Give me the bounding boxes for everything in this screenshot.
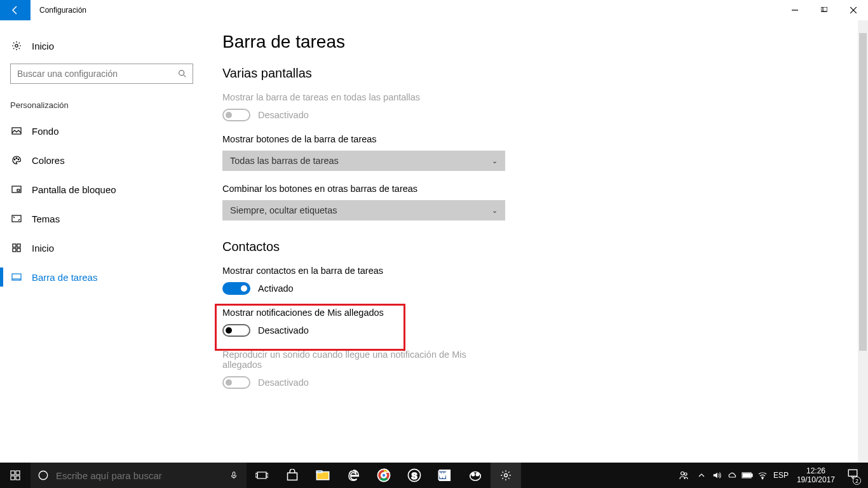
svg-point-42 (472, 473, 475, 476)
svg-point-10 (16, 158, 17, 159)
svg-point-25 (39, 471, 48, 480)
settings-app-icon[interactable] (491, 463, 521, 488)
nav-item-fondo[interactable]: Fondo (10, 116, 193, 146)
page-title: Barra de tareas (222, 32, 843, 52)
setting-label-show-all: Mostrar la barra de tareas en todas las … (222, 92, 843, 102)
toggle-state-show-all: Desactivado (258, 110, 309, 120)
vertical-scrollbar[interactable] (858, 20, 868, 463)
svg-text:S: S (411, 471, 417, 481)
nav-item-colores[interactable]: Colores (10, 146, 193, 175)
svg-text:W: W (439, 471, 446, 479)
taskbar-search[interactable] (31, 463, 247, 488)
volume-icon[interactable] (709, 463, 724, 488)
toggle-notif-allegados[interactable] (222, 324, 250, 337)
nav-label: Barra de tareas (32, 272, 97, 283)
section-title-contactos: Contactos (222, 240, 843, 254)
battery-icon[interactable] (740, 463, 755, 488)
people-icon[interactable] (674, 463, 694, 488)
toggle-show-all-screens (222, 109, 250, 121)
nav-item-temas[interactable]: Temas (10, 204, 193, 233)
chrome-icon[interactable] (369, 463, 399, 488)
setting-label-show-buttons: Mostrar botones de la barra de tareas (222, 134, 843, 144)
svg-rect-29 (266, 473, 268, 477)
language-indicator[interactable]: ESP (770, 463, 792, 488)
svg-point-6 (179, 71, 184, 76)
nav-item-inicio[interactable]: Inicio (10, 233, 193, 262)
svg-rect-21 (11, 471, 15, 475)
toggle-sound-allegados (222, 376, 250, 389)
scroll-thumb[interactable] (859, 33, 867, 351)
home-link[interactable]: Inicio (10, 32, 193, 60)
lockscreen-icon (10, 184, 23, 194)
svg-rect-49 (743, 473, 750, 477)
svg-rect-31 (316, 471, 322, 473)
gear-icon (10, 41, 23, 51)
action-center-icon[interactable]: 2 (840, 463, 865, 488)
toggle-state-notif-allegados: Desactivado (258, 325, 309, 336)
explorer-icon[interactable] (308, 463, 338, 488)
image-icon (10, 126, 23, 136)
maximize-button[interactable] (810, 0, 839, 20)
gimp-icon[interactable] (460, 463, 491, 488)
svg-rect-2 (823, 7, 827, 11)
svg-rect-26 (233, 472, 235, 476)
word-icon[interactable]: W (430, 463, 460, 488)
nav-label: Inicio (32, 243, 54, 254)
svg-rect-28 (255, 473, 257, 477)
wifi-icon[interactable] (755, 463, 770, 488)
svg-point-35 (382, 473, 386, 477)
svg-rect-18 (17, 248, 20, 252)
setting-label-show-contacts: Mostrar contactos en la barra de tareas (222, 266, 843, 276)
svg-point-43 (476, 473, 478, 476)
svg-rect-48 (751, 474, 752, 477)
themes-icon (10, 214, 23, 224)
toggle-state-sound-allegados: Desactivado (258, 377, 309, 388)
toggle-show-contacts[interactable] (222, 282, 250, 295)
skype-icon[interactable]: S (399, 463, 430, 488)
search-input-container[interactable] (10, 64, 193, 84)
svg-rect-23 (11, 476, 15, 480)
dropdown-value: Todas las barras de tareas (230, 156, 339, 166)
store-icon[interactable] (277, 463, 308, 488)
home-label: Inicio (32, 41, 54, 51)
nav-label: Colores (32, 155, 65, 166)
onedrive-icon[interactable] (724, 463, 740, 488)
start-icon (10, 243, 23, 253)
palette-icon (10, 155, 23, 165)
svg-rect-13 (17, 189, 20, 191)
svg-point-9 (14, 159, 15, 160)
svg-rect-8 (12, 128, 21, 134)
svg-rect-27 (257, 472, 266, 478)
clock-time: 12:26 (797, 466, 835, 475)
search-icon (172, 69, 193, 78)
search-input[interactable] (11, 64, 172, 83)
clock-date: 19/10/2017 (797, 475, 835, 484)
minimize-button[interactable] (780, 0, 810, 20)
edge-icon[interactable] (338, 463, 369, 488)
svg-point-41 (470, 472, 481, 481)
svg-rect-14 (12, 215, 21, 222)
close-button[interactable] (839, 0, 868, 20)
dropdown-value: Siempre, ocultar etiquetas (230, 205, 337, 215)
svg-rect-15 (13, 244, 16, 247)
svg-rect-17 (13, 248, 16, 252)
chevron-down-icon: ⌄ (492, 207, 498, 215)
tray-chevron-icon[interactable] (694, 463, 709, 488)
back-button[interactable] (0, 0, 31, 20)
nav-label: Temas (32, 214, 60, 224)
cortana-icon (31, 470, 56, 481)
dropdown-show-buttons[interactable]: Todas las barras de tareas ⌄ (222, 151, 505, 171)
start-button[interactable] (0, 463, 31, 488)
svg-rect-51 (848, 470, 857, 476)
microphone-icon[interactable] (221, 471, 247, 480)
dropdown-combine-buttons[interactable]: Siempre, ocultar etiquetas ⌄ (222, 200, 505, 220)
task-view-button[interactable] (247, 463, 277, 488)
nav-item-barra-tareas[interactable]: Barra de tareas (10, 262, 193, 292)
taskbar-search-input[interactable] (56, 470, 221, 481)
nav-item-pantalla-bloqueo[interactable]: Pantalla de bloqueo (10, 175, 193, 204)
nav-label: Pantalla de bloqueo (32, 184, 116, 195)
notification-badge: 2 (853, 477, 861, 485)
taskbar-clock[interactable]: 12:26 19/10/2017 (792, 466, 840, 484)
window-title: Configuración (39, 6, 86, 15)
svg-point-45 (681, 472, 684, 475)
